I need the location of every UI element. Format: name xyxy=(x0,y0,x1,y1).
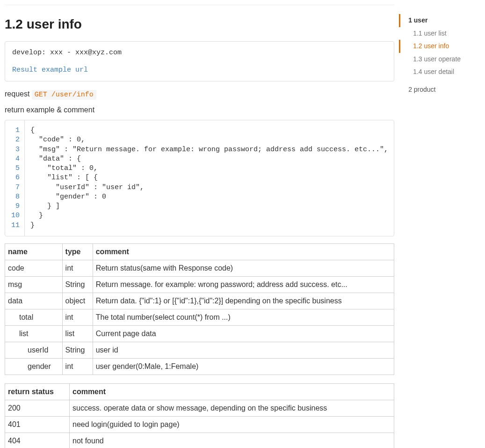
field-comment-cell: user gender(0:Male, 1:Female) xyxy=(93,358,394,375)
code-block: 1234567891011 { "code" : 0, "msg" : "Ret… xyxy=(5,120,394,236)
table-row: totalintThe total number(select count(*)… xyxy=(5,309,394,325)
th-type: type xyxy=(62,243,93,260)
field-type-cell: object xyxy=(62,293,93,309)
toc-item[interactable]: 1.2 user info xyxy=(399,40,485,53)
field-name-cell: total xyxy=(5,309,63,325)
field-name-cell: code xyxy=(5,260,63,276)
develop-box: develop: xxx - xxx@xyz.com Result exampl… xyxy=(5,41,394,81)
th-name: name xyxy=(5,243,63,260)
field-type-cell: int xyxy=(62,260,93,276)
field-type-cell: list xyxy=(62,325,93,342)
th-return-status: return status xyxy=(5,383,70,400)
line-number: 10 xyxy=(10,211,20,220)
toc-item[interactable]: 2 product xyxy=(399,83,485,96)
table-row: msgStringReturn message. for example: wr… xyxy=(5,276,394,293)
field-comment-cell: The total number(select count(*) from ..… xyxy=(93,309,394,325)
line-number: 9 xyxy=(10,202,20,211)
field-comment-cell: Return message. for example: wrong passw… xyxy=(93,276,394,293)
line-number: 1 xyxy=(10,126,20,135)
request-label: request xyxy=(5,90,29,98)
table-row: 200success. operate data or show message… xyxy=(5,400,394,416)
status-code-cell: 200 xyxy=(5,400,70,416)
top-divider xyxy=(5,5,394,5)
page-title: 1.2 user info xyxy=(5,17,394,32)
fields-header-row: name type comment xyxy=(5,243,394,260)
status-header-row: return status comment xyxy=(5,383,394,400)
th-comment: comment xyxy=(93,243,394,260)
field-comment-cell: Current page data xyxy=(93,325,394,342)
line-number: 3 xyxy=(10,145,20,154)
toc-sidebar: 1 user1.1 user list1.2 user info1.3 user… xyxy=(399,0,485,448)
line-number: 2 xyxy=(10,135,20,145)
field-type-cell: String xyxy=(62,342,93,358)
toc-item[interactable]: 1.3 user operate xyxy=(399,53,485,66)
table-row: listlistCurrent page data xyxy=(5,325,394,342)
th-status-comment: comment xyxy=(69,383,394,400)
status-code-cell: 401 xyxy=(5,416,70,433)
status-table: return status comment 200success. operat… xyxy=(5,383,394,448)
line-number: 4 xyxy=(10,154,20,164)
line-numbers: 1234567891011 xyxy=(5,120,25,236)
line-number: 11 xyxy=(10,221,20,230)
field-type-cell: String xyxy=(62,276,93,293)
line-number: 7 xyxy=(10,183,20,192)
line-number: 8 xyxy=(10,192,20,202)
status-comment-cell: success. operate data or show message, d… xyxy=(69,400,394,416)
field-comment-cell: user id xyxy=(93,342,394,358)
line-number: 5 xyxy=(10,164,20,173)
toc-item[interactable]: 1.4 user detail xyxy=(399,66,485,79)
field-name-cell: list xyxy=(5,325,63,342)
table-row: 401need login(guided to login page) xyxy=(5,416,394,433)
field-comment-cell: Return data. {"id":1} or [{"id":1},{"id"… xyxy=(93,293,394,309)
line-number: 6 xyxy=(10,173,20,183)
code-body: { "code" : 0, "msg" : "Return message. f… xyxy=(25,120,394,236)
status-code-cell: 404 xyxy=(5,433,70,448)
return-example-label: return example & comment xyxy=(5,106,394,114)
table-row: dataobjectReturn data. {"id":1} or [{"id… xyxy=(5,293,394,309)
field-name-cell: userId xyxy=(5,342,63,358)
http-method-path: GET /user/info xyxy=(32,90,96,100)
toc-item[interactable]: 1.1 user list xyxy=(399,27,485,40)
main-content: 1.2 user info develop: xxx - xxx@xyz.com… xyxy=(0,0,399,448)
table-row: 404not found xyxy=(5,433,394,448)
request-line: request GET /user/info xyxy=(5,90,394,99)
develop-line: develop: xxx - xxx@xyz.com xyxy=(12,49,387,57)
field-comment-cell: Return status(same with Response code) xyxy=(93,260,394,276)
field-name-cell: gender xyxy=(5,358,63,375)
status-comment-cell: not found xyxy=(69,433,394,448)
toc-item[interactable]: 1 user xyxy=(399,14,485,27)
status-comment-cell: need login(guided to login page) xyxy=(69,416,394,433)
fields-table: name type comment codeintReturn status(s… xyxy=(5,243,394,375)
result-example-link[interactable]: Result example url xyxy=(12,66,387,74)
field-name-cell: data xyxy=(5,293,63,309)
table-row: userIdStringuser id xyxy=(5,342,394,358)
field-type-cell: int xyxy=(62,358,93,375)
table-row: codeintReturn status(same with Response … xyxy=(5,260,394,276)
field-type-cell: int xyxy=(62,309,93,325)
table-row: genderintuser gender(0:Male, 1:Female) xyxy=(5,358,394,375)
field-name-cell: msg xyxy=(5,276,63,293)
